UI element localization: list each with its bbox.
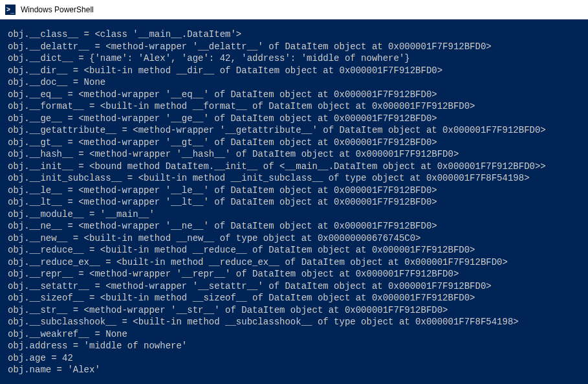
output-line: obj.__hash__ = <method-wrapper '__hash__… [8,148,580,161]
output-line: obj.__dir__ = <built-in method __dir__ o… [8,65,580,77]
powershell-icon [5,5,16,15]
titlebar[interactable]: Windows PowerShell [0,0,588,19]
output-line: obj.__init__ = <bound method DataItem.__… [8,161,580,173]
output-line: obj.__format__ = <built-in method __form… [8,100,580,113]
terminal-output[interactable]: obj.__class__ = <class '__main__.DataIte… [0,19,588,384]
output-line: obj.__le__ = <method-wrapper '__le__' of… [8,185,580,197]
output-line: obj.__delattr__ = <method-wrapper '__del… [8,41,580,53]
output-line: obj.__lt__ = <method-wrapper '__lt__' of… [8,196,580,209]
window-title: Windows PowerShell [21,5,94,14]
output-line: obj.__gt__ = <method-wrapper '__gt__' of… [8,137,580,149]
output-line: obj.__ge__ = <method-wrapper '__ge__' of… [8,113,580,125]
output-line: obj.__class__ = <class '__main__.DataIte… [8,28,580,41]
output-line: obj.__str__ = <method-wrapper '__str__' … [8,304,580,317]
output-line: obj.__repr__ = <method-wrapper '__repr__… [8,268,580,280]
output-line: obj.__getattribute__ = <method-wrapper '… [8,124,580,137]
output-line: obj.__subclasshook__ = <built-in method … [8,316,580,328]
output-line: obj.__ne__ = <method-wrapper '__ne__' of… [8,220,580,232]
output-line: obj.age = 42 [8,352,580,365]
output-line: obj.__weakref__ = None [8,328,580,341]
output-line: obj.__sizeof__ = <built-in method __size… [8,292,580,304]
output-line: obj.address = 'middle of nowhere' [8,340,580,352]
output-line: obj.__setattr__ = <method-wrapper '__set… [8,280,580,293]
output-line: obj.__init_subclass__ = <built-in method… [8,172,580,185]
output-line: obj.__module__ = '__main__' [8,209,580,221]
output-line: obj.__new__ = <built-in method __new__ o… [8,232,580,245]
output-line: obj.__dict__ = {'name': 'Alex', 'age': 4… [8,52,580,65]
output-line: obj.name = 'Alex' [8,364,580,376]
output-line: obj.__reduce_ex__ = <built-in method __r… [8,256,580,269]
output-line: obj.__doc__ = None [8,76,580,89]
output-line: obj.__reduce__ = <built-in method __redu… [8,244,580,256]
output-line: obj.__eq__ = <method-wrapper '__eq__' of… [8,89,580,101]
